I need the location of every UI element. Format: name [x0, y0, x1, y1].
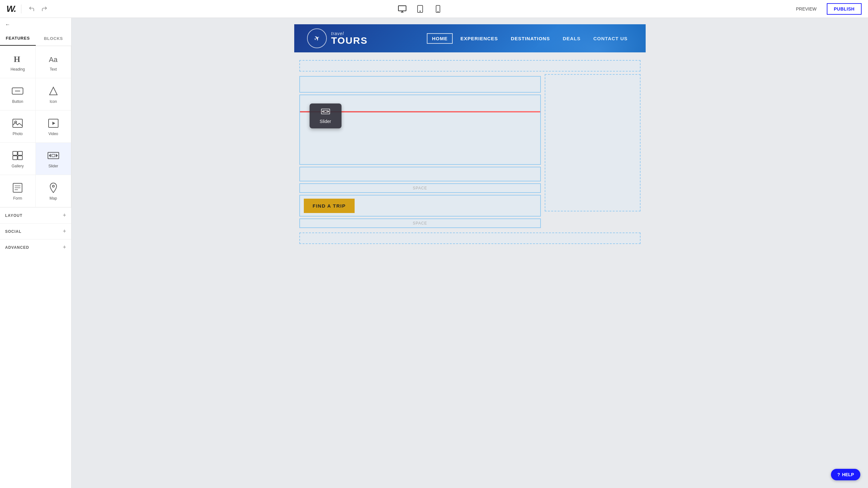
nav-experiences[interactable]: EXPERIENCES: [455, 33, 503, 44]
features-grid: H Heading Aa Text: [0, 46, 71, 207]
gallery-label: Gallery: [11, 164, 24, 168]
tab-blocks[interactable]: BLOCKS: [36, 31, 71, 46]
form-icon: [11, 182, 24, 194]
preview-button[interactable]: PREVIEW: [791, 4, 822, 14]
feature-text[interactable]: Aa Text: [36, 46, 71, 78]
gallery-icon: [11, 149, 24, 162]
video-label: Video: [49, 132, 58, 136]
layout-expand-icon: +: [63, 212, 66, 219]
advanced-section[interactable]: ADVANCED +: [0, 239, 71, 255]
svg-marker-31: [328, 110, 329, 113]
social-section[interactable]: SOCIAL +: [0, 223, 71, 239]
svg-rect-19: [18, 156, 22, 160]
device-switcher: [397, 3, 444, 15]
text-icon: Aa: [47, 53, 60, 65]
layout-section[interactable]: LAYOUT +: [0, 207, 71, 223]
side-column: [545, 74, 641, 230]
tablet-view-button[interactable]: [414, 3, 426, 15]
main-column: Slider SPACE FIND A TRIP: [299, 74, 541, 230]
content-row: Slider SPACE FIND A TRIP: [299, 74, 641, 230]
svg-marker-21: [49, 154, 51, 158]
nav-deals[interactable]: DEALS: [557, 33, 586, 44]
help-icon: ?: [837, 472, 840, 477]
svg-rect-16: [13, 151, 17, 155]
website-frame: ✈ travel TOURS HOME EXPERIENCES DESTINAT…: [294, 24, 646, 482]
form-label: Form: [13, 196, 22, 201]
svg-text:H: H: [14, 55, 20, 64]
find-trip-block[interactable]: FIND A TRIP: [299, 195, 541, 217]
icon-icon: [47, 85, 60, 97]
sidebar-tabs: FEATURES BLOCKS: [0, 31, 71, 46]
slider-tooltip-label: Slider: [320, 119, 331, 124]
block-top[interactable]: [299, 76, 541, 93]
svg-rect-18: [13, 156, 17, 160]
side-block[interactable]: [545, 74, 641, 212]
photo-label: Photo: [13, 132, 23, 136]
feature-video[interactable]: Video: [36, 110, 71, 143]
help-button[interactable]: ? HELP: [831, 469, 860, 480]
desktop-view-button[interactable]: [397, 3, 408, 15]
publish-button[interactable]: PUBLISH: [827, 3, 862, 15]
logo-text: travel TOURS: [331, 31, 368, 45]
mobile-view-button[interactable]: [432, 3, 444, 15]
logo-circle: ✈: [307, 28, 327, 48]
find-trip-button[interactable]: FIND A TRIP: [304, 199, 355, 213]
app-logo: W.: [6, 4, 16, 14]
svg-text:Aa: Aa: [49, 56, 58, 64]
site-navbar: ✈ travel TOURS HOME EXPERIENCES DESTINAT…: [294, 24, 646, 53]
sidebar: ← FEATURES BLOCKS H Heading Aa: [0, 18, 71, 488]
feature-button[interactable]: Button: [0, 78, 36, 110]
tab-features[interactable]: FEATURES: [0, 31, 36, 46]
button-label: Button: [12, 99, 23, 104]
space-block-2[interactable]: SPACE: [299, 219, 541, 228]
canvas-area: ✈ travel TOURS HOME EXPERIENCES DESTINAT…: [71, 18, 868, 488]
feature-map[interactable]: Map: [36, 175, 71, 207]
svg-marker-22: [56, 154, 58, 158]
map-icon: [47, 182, 60, 194]
divider: [21, 4, 22, 13]
video-icon: [47, 117, 60, 130]
slider-block[interactable]: Slider: [299, 95, 541, 165]
space-label-1: SPACE: [413, 186, 427, 190]
photo-icon: [11, 117, 24, 130]
topbar-right: PREVIEW PUBLISH: [791, 3, 862, 15]
nav-home[interactable]: HOME: [427, 33, 453, 44]
top-drop-zone[interactable]: [299, 60, 641, 71]
block-middle[interactable]: [299, 167, 541, 182]
space-block-1[interactable]: SPACE: [299, 183, 541, 193]
back-arrow-icon: ←: [5, 22, 10, 28]
space-label-2: SPACE: [413, 221, 427, 225]
heading-label: Heading: [10, 67, 25, 71]
topbar-left: W.: [6, 4, 50, 14]
feature-slider[interactable]: Slider: [36, 143, 71, 175]
feature-gallery[interactable]: Gallery: [0, 143, 36, 175]
svg-rect-12: [13, 119, 22, 127]
feature-photo[interactable]: Photo: [0, 110, 36, 143]
svg-marker-15: [52, 122, 55, 125]
svg-rect-23: [52, 154, 55, 157]
site-logo: ✈ travel TOURS: [307, 28, 368, 48]
feature-heading[interactable]: H Heading: [0, 46, 36, 78]
undo-button[interactable]: [27, 4, 37, 14]
logo-tours-text: TOURS: [331, 36, 368, 45]
svg-rect-17: [18, 151, 22, 155]
main-area: ← FEATURES BLOCKS H Heading Aa: [0, 18, 868, 488]
advanced-expand-icon: +: [63, 244, 66, 251]
back-button[interactable]: ←: [0, 18, 71, 31]
svg-marker-30: [322, 110, 323, 113]
nav-contact[interactable]: CONTACT US: [588, 33, 632, 44]
layout-label: LAYOUT: [5, 213, 22, 218]
logo-plane-icon: ✈: [312, 33, 321, 43]
icon-label: Icon: [50, 99, 57, 104]
svg-rect-32: [324, 110, 327, 112]
svg-point-6: [438, 11, 438, 12]
map-label: Map: [50, 196, 57, 201]
nav-destinations[interactable]: DESTINATIONS: [506, 33, 555, 44]
feature-form[interactable]: Form: [0, 175, 36, 207]
text-label: Text: [50, 67, 57, 71]
nav-links: HOME EXPERIENCES DESTINATIONS DEALS CONT…: [427, 33, 632, 44]
editing-canvas: Slider SPACE FIND A TRIP: [294, 53, 646, 252]
feature-icon[interactable]: Icon: [36, 78, 71, 110]
redo-button[interactable]: [39, 4, 50, 14]
bottom-drop-zone[interactable]: [299, 232, 641, 244]
